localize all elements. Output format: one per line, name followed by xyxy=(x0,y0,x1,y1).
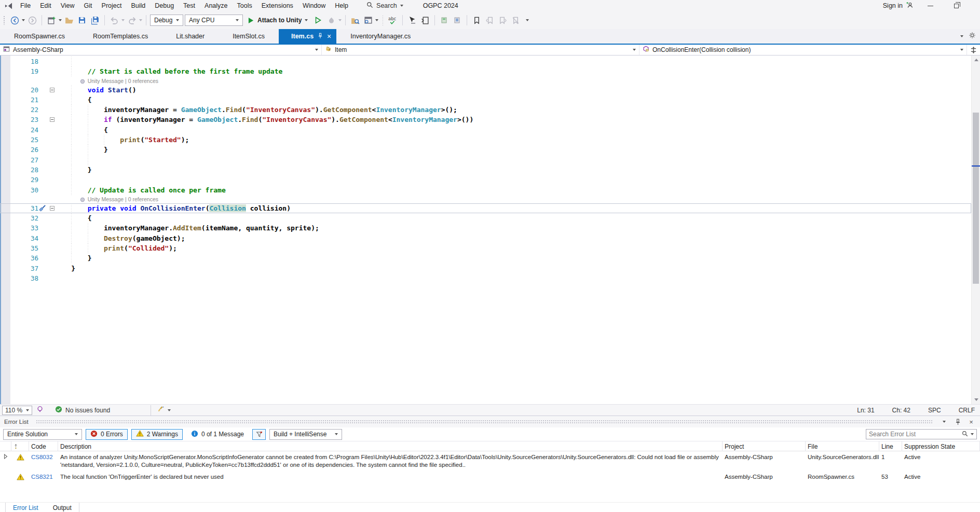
navigate-forward-icon[interactable] xyxy=(26,15,38,26)
type-dropdown[interactable]: Item xyxy=(322,45,639,55)
navigate-back-caret-icon[interactable] xyxy=(22,19,25,21)
tool-tab-error-list[interactable]: Error List xyxy=(5,503,46,512)
undo-icon[interactable] xyxy=(108,15,120,26)
code-line-18[interactable]: 18 xyxy=(0,57,971,66)
editor-split-handle-icon[interactable] xyxy=(967,45,980,55)
filter-button[interactable] xyxy=(252,429,266,440)
menu-edit[interactable]: Edit xyxy=(35,0,56,11)
column-header-line[interactable]: Line xyxy=(879,441,902,451)
code-line-25[interactable]: 25print("Started"); xyxy=(0,135,971,145)
code-line-21[interactable]: 21{ xyxy=(0,95,971,105)
code-line-22[interactable]: 22inventoryManager = GameObject.Find("In… xyxy=(0,105,971,115)
error-list-title-bar[interactable]: Error List × xyxy=(0,416,980,427)
tab-ItemSlot.cs[interactable]: ItemSlot.cs xyxy=(219,29,279,44)
new-project-caret-icon[interactable] xyxy=(59,19,62,21)
save-icon[interactable] xyxy=(76,15,88,26)
quick-actions-screwdriver-icon[interactable] xyxy=(38,204,46,214)
collapse-region-icon[interactable] xyxy=(50,88,55,92)
column-header-project[interactable]: Project xyxy=(723,441,806,451)
window-position-caret-icon[interactable] xyxy=(940,421,949,423)
error-list-search-box[interactable] xyxy=(866,429,977,439)
column-header-file[interactable]: File xyxy=(806,441,879,451)
clear-bookmarks-icon[interactable] xyxy=(510,15,521,26)
code-line-32[interactable]: 32{ xyxy=(0,213,971,223)
menu-file[interactable]: File xyxy=(16,0,35,11)
code-line-26[interactable]: 26} xyxy=(0,145,971,155)
spell-check-icon[interactable]: abc xyxy=(387,15,399,26)
close-panel-icon[interactable]: × xyxy=(967,418,976,426)
code-cleanup-button[interactable] xyxy=(157,406,171,414)
menu-test[interactable]: Test xyxy=(179,0,200,11)
header-spacer[interactable] xyxy=(0,441,11,451)
project-dropdown[interactable]: Assembly-CSharp xyxy=(0,45,322,55)
tab-RoomSpawner.cs[interactable]: RoomSpawner.cs xyxy=(0,29,79,44)
code-line-23[interactable]: 23if (inventoryManager = GameObject.Find… xyxy=(0,115,971,124)
errors-filter-button[interactable]: 0 Errors xyxy=(86,429,128,440)
next-bookmark-icon[interactable] xyxy=(497,15,508,26)
codelens-text[interactable]: Unity Message | 0 references xyxy=(88,77,158,85)
tab-Lit.shader[interactable]: Lit.shader xyxy=(162,29,219,44)
attach-to-unity-button[interactable]: Attach to Unity xyxy=(244,17,311,24)
codelens-row[interactable]: Unity Message | 0 references xyxy=(0,77,971,85)
redo-icon[interactable] xyxy=(126,15,138,26)
sign-in-button[interactable]: Sign in xyxy=(883,2,914,10)
suggestion-lightbulb-icon[interactable] xyxy=(36,406,44,414)
error-code-link[interactable]: CS8032 xyxy=(31,454,53,460)
code-line-27[interactable]: 27 xyxy=(0,155,971,165)
search-control[interactable]: Search xyxy=(366,2,403,10)
navigate-back-icon[interactable] xyxy=(9,15,20,26)
tab-pin-icon[interactable] xyxy=(318,33,322,40)
error-row-CS8321[interactable]: CS8321The local function 'OnTriggerEnter… xyxy=(0,471,980,483)
find-in-files-icon[interactable] xyxy=(349,15,361,26)
menu-view[interactable]: View xyxy=(56,0,79,11)
scroll-down-icon[interactable] xyxy=(974,398,978,401)
column-header-suppression-state[interactable]: Suppression State xyxy=(902,441,980,451)
scroll-up-icon[interactable] xyxy=(974,59,978,61)
menu-tools[interactable]: Tools xyxy=(233,0,257,11)
code-line-20[interactable]: 20void Start() xyxy=(0,85,971,95)
collapse-region-icon[interactable] xyxy=(50,117,55,122)
tab-settings-gear-icon[interactable] xyxy=(969,32,976,41)
comment-selection-icon[interactable] xyxy=(439,15,450,26)
tab-Item.cs[interactable]: Item.cs× xyxy=(279,29,336,44)
undo-caret-icon[interactable] xyxy=(121,19,125,21)
scope-select[interactable]: Entire Solution xyxy=(3,429,82,440)
code-editor[interactable]: 1819// Start is called before the first … xyxy=(0,56,980,404)
redo-caret-icon[interactable] xyxy=(139,19,142,21)
interactive-window-icon[interactable] xyxy=(419,15,431,26)
codelens-text[interactable]: Unity Message | 0 references xyxy=(88,195,158,203)
code-line-38[interactable]: 38 xyxy=(0,273,971,283)
editor-vertical-scrollbar[interactable] xyxy=(971,56,980,404)
sync-with-active-document-icon[interactable] xyxy=(362,15,374,26)
toolbar-grip[interactable] xyxy=(3,16,5,25)
restore-button[interactable] xyxy=(947,1,965,11)
error-list-search-input[interactable] xyxy=(869,431,959,438)
tab-close-icon[interactable]: × xyxy=(327,32,331,40)
error-row-CS8032[interactable]: CS8032An instance of analyzer Unity.Mono… xyxy=(0,451,980,471)
menu-help[interactable]: Help xyxy=(330,0,353,11)
hot-reload-icon[interactable] xyxy=(325,15,337,26)
code-line-28[interactable]: 28} xyxy=(0,165,971,175)
code-line-24[interactable]: 24{ xyxy=(0,125,971,135)
line-ending-indicator[interactable]: CRLF xyxy=(959,407,975,414)
column-indicator[interactable]: Ch: 42 xyxy=(892,407,910,414)
code-line-37[interactable]: 37} xyxy=(0,264,971,273)
insert-mode-indicator[interactable]: SPC xyxy=(928,407,941,414)
document-health-indicator[interactable]: No issues found xyxy=(55,406,110,414)
menu-debug[interactable]: Debug xyxy=(150,0,179,11)
codelens-row[interactable]: Unity Message | 0 references xyxy=(0,195,971,203)
hot-reload-caret-icon[interactable] xyxy=(338,19,342,21)
error-code-link[interactable]: CS8321 xyxy=(31,474,53,480)
code-line-35[interactable]: 35print("Collided"); xyxy=(0,243,971,253)
code-line-29[interactable]: 29 xyxy=(0,175,971,185)
search-options-caret-icon[interactable] xyxy=(971,433,974,435)
toolbar-overflow-icon[interactable] xyxy=(526,19,529,21)
start-without-debugging-icon[interactable] xyxy=(312,15,324,26)
pin-icon[interactable] xyxy=(953,419,962,425)
uncomment-selection-icon[interactable] xyxy=(452,15,463,26)
menu-project[interactable]: Project xyxy=(97,0,127,11)
sync-caret-icon[interactable] xyxy=(375,19,378,21)
tab-RoomTemplates.cs[interactable]: RoomTemplates.cs xyxy=(79,29,162,44)
line-indicator[interactable]: Ln: 31 xyxy=(857,407,874,414)
code-line-30[interactable]: 30// Update is called once per frame xyxy=(0,185,971,195)
